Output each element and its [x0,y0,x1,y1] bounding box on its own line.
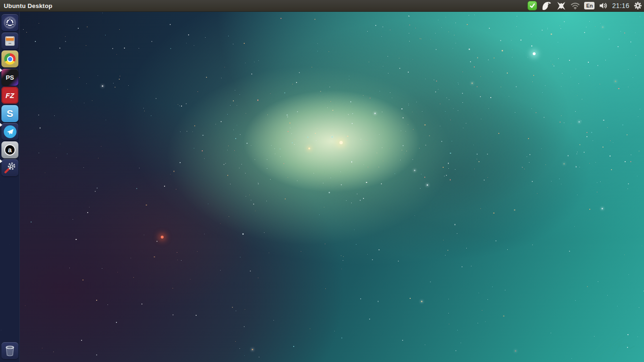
star [563,163,565,165]
star [389,148,390,149]
star [438,89,438,90]
star [293,346,294,347]
star [581,121,581,121]
volume-icon[interactable] [599,0,608,11]
star [399,68,400,69]
a-badge-button[interactable]: a [1,141,18,158]
star [564,123,564,123]
clock-indicator[interactable]: 21:16 [612,0,629,11]
ubuntu-dash-button[interactable] [1,14,18,31]
star [380,91,380,91]
star [454,224,456,225]
star [618,88,619,90]
star [45,173,45,173]
star [457,330,458,330]
star [558,58,559,59]
chrome-button[interactable] [1,50,18,67]
star [642,246,642,246]
star [628,183,629,184]
star [173,171,175,172]
star [186,43,187,43]
star [406,151,407,151]
star [430,39,431,40]
star [350,101,352,103]
star [533,75,534,76]
star [440,104,440,104]
star [448,313,449,313]
star [245,173,246,173]
star [561,115,561,116]
star [536,112,537,113]
artist-signature [588,335,641,358]
phpstorm-button[interactable]: PS [1,69,18,86]
files-button[interactable] [1,33,18,49]
star [202,135,204,136]
star [196,315,197,316]
star [357,194,357,194]
session-gear-icon[interactable] [634,0,642,11]
star [547,28,548,28]
star [83,167,84,168]
system-tools-button[interactable] [1,159,18,176]
star [198,91,198,92]
star [516,26,517,27]
telegram-button[interactable] [1,123,18,140]
star [383,161,383,161]
star [493,213,495,214]
star [425,145,426,146]
star [630,161,631,162]
check-badge [528,1,537,10]
star [325,244,325,244]
star [292,142,293,143]
star [330,101,331,102]
star [607,127,608,128]
bird-indicator-icon[interactable] [541,0,552,11]
desktop-wallpaper[interactable] [0,0,644,362]
star [425,79,426,79]
star [86,83,87,84]
star [502,50,503,51]
system-tray: En 21:16 [528,0,642,11]
star [96,354,97,355]
star [448,299,449,299]
star [307,137,308,138]
star [225,163,226,164]
star [561,86,561,87]
star [477,154,478,155]
keyboard-layout-indicator[interactable]: En [584,0,594,11]
star [119,79,120,80]
star [379,134,380,135]
star [443,167,444,168]
star [181,106,182,107]
star [462,72,463,72]
star [368,167,368,167]
star [267,168,267,169]
skype-button[interactable]: S [1,105,18,122]
star [390,92,390,93]
star [347,136,348,137]
check-badge-icon[interactable] [528,0,537,11]
star [564,21,565,22]
pinwheel-x-indicator-icon[interactable] [556,0,566,11]
star [206,77,207,78]
wifi-icon[interactable] [570,0,580,11]
star [639,151,639,151]
star [259,357,259,357]
star [287,116,288,117]
star [367,140,367,140]
filezilla-button[interactable]: FZ [1,87,18,104]
star [86,45,86,46]
star [235,90,235,90]
star [609,39,610,40]
star [622,124,623,125]
star [458,82,458,83]
star [233,130,234,130]
trash-button[interactable] [1,342,18,359]
star [478,323,478,323]
star [78,28,79,29]
star [607,295,608,296]
star [638,116,638,117]
star [102,13,103,13]
star [154,256,155,258]
star [107,304,108,305]
